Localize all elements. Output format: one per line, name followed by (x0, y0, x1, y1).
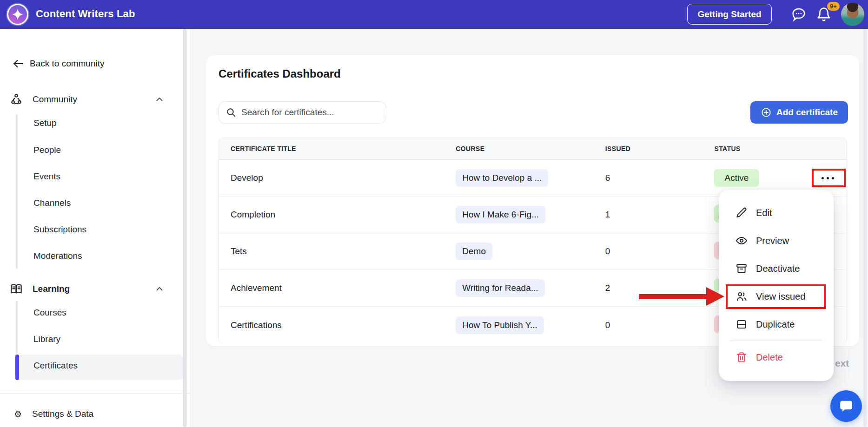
sidebar-item-settings-data[interactable]: ⚙ Settings & Data (14, 409, 93, 419)
chevron-up-icon (154, 284, 165, 294)
top-bar: Content Writers Lab Getting Started 9+ (0, 0, 868, 29)
arrow-left-icon (12, 58, 24, 70)
getting-started-button[interactable]: Getting Started (687, 4, 772, 25)
issued-count: 0 (600, 246, 715, 256)
annotation-arrow-tail (639, 294, 708, 299)
sidebar-item-channels[interactable]: Channels (33, 198, 71, 208)
course-chip: How To Publish Y... (456, 316, 544, 334)
menu-divider (730, 341, 822, 341)
table-header-row: CERTIFICATE TITLE COURSE ISSUED STATUS (219, 138, 847, 160)
issued-count: 2 (600, 283, 715, 293)
search-input[interactable] (219, 101, 386, 124)
issued-count: 1 (600, 210, 715, 220)
sidebar: Back to community Community Setup People… (0, 29, 190, 427)
pencil-icon (735, 207, 748, 219)
sidebar-item-events[interactable]: Events (33, 171, 60, 182)
trash-icon (735, 351, 748, 363)
status-badge: Active (714, 169, 759, 187)
app-title: Content Writers Lab (36, 8, 135, 20)
annotation-box-row-actions (812, 169, 846, 187)
add-certificate-button[interactable]: Add certificate (750, 101, 848, 124)
learning-indent-line (16, 301, 18, 354)
sidebar-item-people[interactable]: People (33, 145, 61, 155)
people-group-icon (9, 92, 23, 106)
eye-icon (735, 235, 748, 247)
sidebar-section-learning[interactable]: Learning (9, 282, 177, 296)
avatar[interactable] (841, 3, 864, 26)
sidebar-item-courses[interactable]: Courses (33, 308, 66, 318)
course-chip: Demo (456, 243, 492, 260)
annotation-arrow-head (706, 287, 724, 306)
column-header-status: STATUS (714, 145, 808, 152)
column-header-course: COURSE (456, 145, 600, 152)
pagination-next-button[interactable]: ext (835, 358, 849, 369)
menu-item-delete[interactable]: Delete (719, 343, 834, 371)
course-chip: Writing for Reada... (456, 279, 544, 297)
issued-count: 0 (600, 320, 715, 330)
sidebar-active-accent-bar (15, 355, 19, 380)
archive-box-icon (735, 263, 748, 275)
messages-button[interactable] (790, 6, 807, 23)
annotation-box-view-issued (726, 284, 826, 309)
sidebar-item-certificates[interactable]: Certificates (33, 361, 78, 371)
certificate-title: Tets (219, 246, 456, 256)
certificate-title: Develop (219, 173, 456, 183)
gear-icon: ⚙ (14, 410, 22, 419)
course-chip: How I Make 6-Fig... (456, 206, 545, 223)
sidebar-item-library[interactable]: Library (33, 334, 60, 344)
menu-item-edit[interactable]: Edit (719, 199, 834, 227)
search-icon (225, 107, 237, 118)
plus-circle-icon (761, 107, 772, 118)
issued-count: 6 (600, 173, 715, 183)
sidebar-section-community-label: Community (33, 94, 77, 105)
course-chip: How to Develop a ... (456, 169, 548, 187)
add-certificate-label: Add certificate (776, 107, 838, 118)
menu-item-preview[interactable]: Preview (719, 227, 834, 255)
column-header-issued: ISSUED (600, 145, 715, 152)
community-indent-line (16, 114, 18, 269)
sidebar-item-subscriptions[interactable]: Subscriptions (33, 224, 86, 235)
sidebar-section-community[interactable]: Community (9, 92, 177, 107)
page-scrollbar[interactable] (863, 29, 867, 427)
sparkle-star-icon (12, 8, 24, 20)
chat-widget-button[interactable] (830, 390, 862, 422)
sidebar-section-learning-label: Learning (33, 284, 70, 294)
open-book-icon (9, 282, 23, 296)
sidebar-scrollbar[interactable] (183, 29, 187, 427)
duplicate-icon (735, 318, 748, 330)
menu-item-deactivate[interactable]: Deactivate (719, 255, 834, 282)
notification-count-badge: 9+ (826, 1, 841, 12)
app-logo[interactable] (7, 4, 28, 25)
back-to-community-label: Back to community (30, 59, 105, 69)
sidebar-divider (0, 394, 190, 394)
sidebar-item-setup[interactable]: Setup (33, 118, 57, 128)
page: Content Writers Lab Getting Started 9+ (0, 0, 868, 427)
page-title: Certificates Dashboard (219, 67, 341, 80)
menu-item-duplicate[interactable]: Duplicate (719, 310, 834, 338)
chevron-up-icon (154, 94, 165, 105)
search-box (219, 101, 386, 124)
speech-bubble-icon (791, 7, 807, 22)
back-to-community-link[interactable]: Back to community (12, 58, 105, 70)
certificate-title: Certifications (219, 320, 456, 330)
column-header-certificate-title: CERTIFICATE TITLE (219, 145, 456, 152)
certificate-title: Achievement (219, 283, 456, 293)
settings-data-label: Settings & Data (32, 409, 93, 419)
chat-bubble-icon (838, 398, 855, 414)
certificate-title: Completion (219, 210, 456, 220)
sidebar-item-moderations[interactable]: Moderations (33, 251, 82, 261)
